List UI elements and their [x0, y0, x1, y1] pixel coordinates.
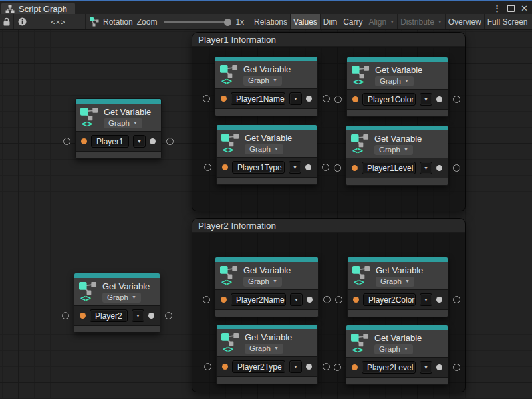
variable-name-dropdown-button[interactable]: ▼ — [289, 360, 302, 373]
variable-name-dropdown-button[interactable]: ▼ — [289, 92, 302, 105]
right-connection-port[interactable] — [453, 296, 460, 303]
values-button[interactable]: Values — [291, 14, 321, 29]
relations-button[interactable]: Relations — [251, 14, 291, 29]
variable-scope-dropdown[interactable]: Graph ▼ — [104, 118, 142, 128]
value-output-port[interactable] — [150, 138, 156, 144]
close-icon[interactable]: ✕ — [521, 4, 528, 13]
value-output-port[interactable] — [148, 313, 154, 319]
variable-scope-dropdown[interactable]: Graph ▼ — [245, 344, 283, 354]
value-input-port[interactable] — [222, 164, 228, 170]
left-connection-port[interactable] — [335, 296, 342, 303]
node-footer — [215, 309, 318, 317]
left-connection-port[interactable] — [204, 164, 211, 171]
variable-scope-dropdown[interactable]: Graph ▼ — [243, 277, 282, 287]
value-input-port[interactable] — [81, 138, 87, 144]
value-input-port[interactable] — [352, 165, 358, 171]
get-variable-node-player1name[interactable]: <> Get Variable Graph ▼ Player1Name ▼ — [215, 56, 318, 116]
carry-button[interactable]: Carry — [340, 14, 366, 29]
variable-name-dropdown-button[interactable]: ▼ — [420, 293, 432, 306]
value-output-port[interactable] — [436, 297, 442, 303]
value-input-port[interactable] — [80, 313, 86, 319]
value-output-port[interactable] — [436, 96, 442, 102]
left-connection-port[interactable] — [204, 363, 211, 370]
get-variable-node-player2type[interactable]: <> Get Variable Graph ▼ Player2Type ▼ — [216, 324, 318, 384]
variable-name-dropdown[interactable]: Player2Level — [362, 361, 416, 374]
right-connection-port[interactable] — [322, 164, 329, 171]
value-output-port[interactable] — [306, 96, 312, 102]
left-connection-port[interactable] — [63, 138, 70, 145]
right-connection-port[interactable] — [166, 138, 174, 145]
variable-scope-dropdown[interactable]: Graph ▼ — [376, 277, 414, 287]
value-output-port[interactable] — [436, 165, 442, 171]
value-input-port[interactable] — [352, 364, 358, 370]
lock-button[interactable] — [0, 14, 14, 29]
variable-name-dropdown-button[interactable]: ▼ — [133, 135, 146, 148]
info-button[interactable] — [14, 14, 31, 29]
zoom-slider-handle[interactable] — [224, 19, 231, 26]
right-connection-port[interactable] — [165, 312, 172, 319]
variable-name-dropdown[interactable]: Player2 — [90, 309, 128, 322]
window-menu-icon[interactable]: ⋮ — [493, 4, 501, 13]
variable-name-dropdown[interactable]: Player2Name — [231, 293, 286, 306]
full-screen-button[interactable]: Full Screen — [485, 14, 531, 29]
maximize-icon[interactable] — [507, 5, 515, 12]
dim-button[interactable]: Dim — [321, 14, 340, 29]
variable-name-dropdown[interactable]: Player1Level — [362, 162, 416, 174]
right-connection-port[interactable] — [323, 363, 330, 370]
variable-scope-dropdown[interactable]: Graph ▼ — [375, 76, 414, 86]
get-variable-node-player2[interactable]: <> Get Variable Graph ▼ Player2 ▼ — [74, 273, 160, 333]
variable-scope-dropdown[interactable]: Graph ▼ — [374, 344, 413, 354]
left-connection-port[interactable] — [62, 312, 69, 319]
left-connection-port[interactable] — [334, 164, 341, 172]
variable-name-dropdown[interactable]: Player1 — [91, 135, 129, 148]
group-header[interactable]: Player1 Information — [192, 33, 465, 47]
group-header[interactable]: Player2 Information — [192, 219, 465, 233]
get-variable-node-player2level[interactable]: <> Get Variable Graph ▼ Player2Level ▼ — [346, 325, 448, 385]
variable-name-dropdown-button[interactable]: ▼ — [289, 161, 301, 174]
variable-name-dropdown[interactable]: Player1Name — [231, 92, 285, 105]
overview-button[interactable]: Overview — [446, 14, 485, 29]
left-connection-port[interactable] — [334, 364, 341, 371]
distribute-dropdown-button[interactable]: Distribute▼ — [398, 14, 446, 29]
right-connection-port[interactable] — [323, 296, 331, 303]
variable-name-dropdown-button[interactable]: ▼ — [290, 293, 303, 306]
value-input-port[interactable] — [222, 364, 228, 370]
zoom-slider[interactable] — [164, 21, 230, 23]
variable-name-dropdown[interactable]: Player2Type — [232, 360, 285, 373]
variable-scope-dropdown[interactable]: Graph ▼ — [245, 144, 283, 154]
get-variable-node-player1color[interactable]: <> Get Variable Graph ▼ Player1Color ▼ — [346, 57, 448, 117]
get-variable-node-player1level[interactable]: <> Get Variable Graph ▼ Player1Level ▼ — [346, 125, 448, 186]
variable-name-dropdown[interactable]: Player1Color — [362, 93, 416, 106]
variable-name-dropdown[interactable]: Player1Type — [232, 161, 285, 174]
value-output-port[interactable] — [307, 297, 313, 303]
get-variable-node-player1[interactable]: <> Get Variable Graph ▼ Player1 ▼ — [75, 98, 162, 159]
value-output-port[interactable] — [306, 364, 312, 370]
variable-name-dropdown[interactable]: Player2Color — [363, 293, 416, 306]
get-variable-node-player2color[interactable]: <> Get Variable Graph ▼ Player2Color ▼ — [347, 257, 448, 317]
value-output-port[interactable] — [305, 164, 311, 170]
variable-name-dropdown-button[interactable]: ▼ — [132, 309, 144, 322]
value-input-port[interactable] — [221, 96, 227, 102]
right-connection-port[interactable] — [453, 96, 460, 103]
right-connection-port[interactable] — [453, 164, 460, 172]
get-variable-node-player2name[interactable]: <> Get Variable Graph ▼ Player2Name ▼ — [215, 257, 319, 317]
variable-name-dropdown-button[interactable]: ▼ — [420, 361, 432, 374]
value-output-port[interactable] — [436, 364, 442, 370]
variable-name-dropdown-button[interactable]: ▼ — [420, 93, 432, 106]
variable-scope-dropdown[interactable]: Graph ▼ — [374, 145, 413, 155]
value-input-port[interactable] — [353, 297, 359, 303]
left-connection-port[interactable] — [203, 95, 210, 102]
value-input-port[interactable] — [352, 96, 358, 102]
right-connection-port[interactable] — [323, 95, 330, 102]
right-connection-port[interactable] — [453, 364, 460, 371]
variable-scope-dropdown[interactable]: Graph ▼ — [102, 293, 141, 303]
graph-canvas[interactable]: Player1 Information Player2 Information … — [0, 30, 532, 399]
value-input-port[interactable] — [221, 297, 227, 303]
zoom-reset-button[interactable]: <×> — [31, 14, 86, 29]
left-connection-port[interactable] — [334, 96, 342, 103]
variable-name-dropdown-button[interactable]: ▼ — [420, 162, 432, 174]
left-connection-port[interactable] — [203, 296, 210, 303]
get-variable-node-player1type[interactable]: <> Get Variable Graph ▼ Player1Type ▼ — [216, 124, 317, 185]
variable-scope-dropdown[interactable]: Graph ▼ — [243, 76, 282, 86]
align-dropdown-button[interactable]: Align▼ — [366, 14, 398, 29]
